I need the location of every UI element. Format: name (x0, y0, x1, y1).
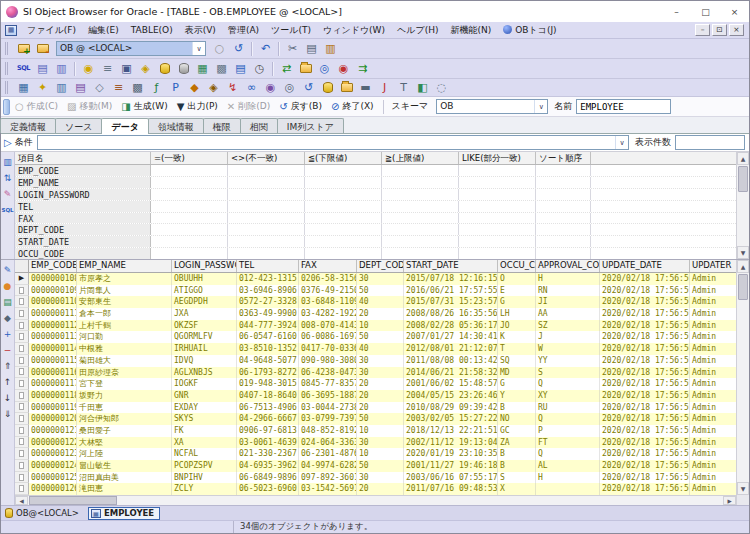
search-data-icon[interactable]: ◉ (334, 61, 353, 77)
row-selector[interactable] (15, 308, 29, 320)
tab-ソース[interactable]: ソース (55, 118, 102, 133)
filter-input-cell[interactable] (536, 213, 591, 224)
action-bar-grip[interactable] (3, 99, 10, 115)
grid-cell[interactable]: Admin (690, 273, 736, 285)
filter-input-cell[interactable] (382, 165, 459, 176)
grid-cell[interactable]: 0000000126 (29, 483, 77, 495)
mdi-restore-button[interactable]: ⊡ (712, 24, 727, 36)
rollback-segment-icon[interactable]: ↺ (299, 80, 318, 96)
filter-input-cell[interactable] (382, 213, 459, 224)
filter-input-cell[interactable] (459, 177, 536, 188)
grid-cell[interactable]: IRHUAIL (172, 343, 237, 355)
filter-scrollbar[interactable]: ▲ ▼ (736, 152, 749, 259)
grid-cell[interactable]: 012-423-1315 (237, 273, 299, 285)
close-button[interactable]: × (720, 1, 749, 22)
sql-direct-icon[interactable]: SQL (1, 203, 14, 216)
grid-cell[interactable]: 2020/02/18 17:56:59 (600, 437, 690, 449)
grid-cell[interactable]: 2014/06/21 21:58:32 (404, 367, 498, 379)
grid-cell[interactable]: JI (536, 296, 600, 308)
grid-cell[interactable]: 0206-58-3156 (299, 273, 357, 285)
filter-input-cell[interactable] (382, 201, 459, 212)
grid-cell[interactable]: B (498, 402, 536, 414)
grid-cell[interactable]: Admin (690, 483, 736, 495)
java-icon[interactable]: J (375, 80, 394, 96)
edit-row-icon[interactable]: ✎ (1, 263, 14, 276)
grid-cell[interactable]: 2008/08/26 16:35:56 (404, 308, 498, 320)
row-count-input[interactable] (675, 135, 745, 150)
grid-cell[interactable]: 2020/02/18 17:56:59 (600, 285, 690, 297)
grid-cell[interactable]: 06-4238-0473 (299, 367, 357, 379)
menu-view[interactable]: 表示(V) (179, 22, 222, 39)
grid-cell[interactable]: 2020/02/18 17:56:59 (600, 296, 690, 308)
tab-データ[interactable]: データ (101, 118, 148, 134)
grid-cell[interactable]: ATIGGO (172, 285, 237, 297)
session-list-icon[interactable]: ≡ (98, 61, 117, 77)
grid-cell[interactable]: S (498, 472, 536, 484)
tab-相関[interactable]: 相関 (240, 118, 278, 133)
grid-cell[interactable]: GC (498, 425, 536, 437)
grid-cell[interactable]: 市原孝之 (77, 273, 172, 285)
grid-cell[interactable]: ZA (498, 437, 536, 449)
new-window-icon[interactable]: ▤ (231, 61, 250, 77)
column-header-tel[interactable]: TEL (237, 260, 299, 272)
grid-cell[interactable]: 097-892-3601 (299, 472, 357, 484)
prev-row-icon[interactable]: ↑ (1, 375, 14, 388)
filter-input-cell[interactable] (228, 201, 305, 212)
grid-cell[interactable]: 滝田恵 (77, 483, 172, 495)
grid-cell[interactable]: Admin (690, 472, 736, 484)
grid-cell[interactable]: AEGDPDH (172, 296, 237, 308)
first-row-icon[interactable]: ⇑ (1, 359, 14, 372)
grid-cell[interactable]: 0000000110 (29, 296, 77, 308)
grid-cell[interactable]: 0906-97-6813 (237, 425, 299, 437)
row-selector[interactable] (15, 402, 29, 414)
filter-input-cell[interactable] (305, 189, 382, 200)
view-icon[interactable]: ▥ (52, 80, 71, 96)
horizontal-scrollbar[interactable]: ◀ ▶ (15, 495, 736, 505)
row-selector[interactable] (15, 413, 29, 425)
toolbar-grip[interactable] (5, 42, 10, 55)
grid-cell[interactable]: 2020/02/18 17:56:59 (600, 483, 690, 495)
chevron-down-icon[interactable]: ∨ (192, 42, 205, 55)
row-selector[interactable] (15, 331, 29, 343)
filter-input-cell[interactable] (382, 189, 459, 200)
filter-input-cell[interactable] (536, 224, 591, 235)
row-selector[interactable] (15, 437, 29, 449)
refresh-icon[interactable]: ⇄ (277, 61, 296, 77)
grid-cell[interactable]: FK (172, 425, 237, 437)
mview-icon[interactable]: ▤ (71, 80, 90, 96)
grid-cell[interactable]: 20 (357, 308, 404, 320)
object-cube-icon[interactable]: ▩ (212, 61, 231, 77)
grid-cell[interactable]: 0000000113 (29, 331, 77, 343)
grid-cell[interactable]: Admin (690, 413, 736, 425)
object-list-icon[interactable]: ▥ (52, 61, 71, 77)
grid-cell[interactable]: 0363-49-9900 (237, 308, 299, 320)
db-online-icon[interactable] (155, 61, 174, 77)
grid-cell[interactable]: LH (498, 308, 536, 320)
filter-input-cell[interactable] (228, 213, 305, 224)
grid-cell[interactable]: 0000000117 (29, 378, 77, 390)
filter-input-cell[interactable] (151, 236, 228, 247)
filter-input-cell[interactable] (151, 189, 228, 200)
grid-cell[interactable]: JXA (172, 308, 237, 320)
grid-cell[interactable]: 0417-70-0336 (299, 343, 357, 355)
menu-obtoko[interactable]: OBトコ(J) (497, 22, 562, 39)
grid-cell[interactable]: 桑田愛子 (77, 425, 172, 437)
grid-cell[interactable]: 0000000124 (29, 460, 77, 472)
filter-input-cell[interactable] (536, 248, 591, 259)
grid-cell[interactable]: S (536, 367, 600, 379)
grid-cell[interactable]: 2004/05/15 23:26:46 (404, 390, 498, 402)
search-object-icon[interactable]: ◎ (315, 61, 334, 77)
grid-cell[interactable]: 0000000116 (29, 367, 77, 379)
column-header-updater[interactable]: UPDATER (690, 260, 736, 272)
grid-cell[interactable]: JO (498, 320, 536, 332)
scroll-right-icon[interactable]: ▶ (723, 496, 736, 505)
grid-cell[interactable]: 2020/02/18 17:56:59 (600, 355, 690, 367)
grid-cell[interactable]: 20 (357, 402, 404, 414)
grid-cell[interactable]: 04-9648-5077 (237, 355, 299, 367)
revert-button[interactable]: ↺戻す(B) (279, 100, 322, 113)
last-row-icon[interactable]: ⇓ (1, 407, 14, 420)
grid-cell[interactable]: 06-3695-1887 (299, 390, 357, 402)
delete-row-icon[interactable]: − (1, 343, 14, 356)
recycle-bin-icon[interactable]: ◌ (432, 80, 451, 96)
grid-cell[interactable]: 50 (357, 331, 404, 343)
